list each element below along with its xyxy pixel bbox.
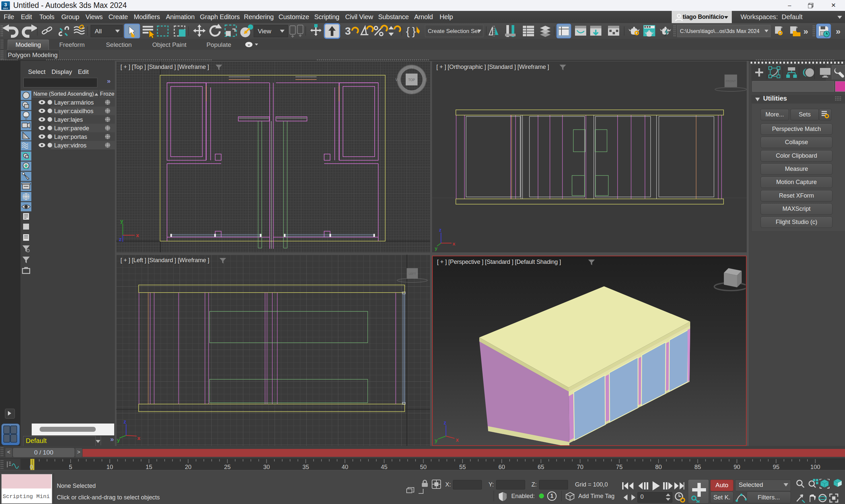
svg-text:70: 70: [577, 464, 583, 470]
svg-text:55: 55: [459, 464, 466, 470]
svg-text:S: S: [410, 90, 413, 95]
svg-text:60: 60: [498, 464, 505, 470]
svg-text:15: 15: [145, 464, 152, 470]
svg-text:MAX: MAX: [3, 7, 8, 10]
svg-text:Layer:parede: Layer:parede: [54, 125, 89, 132]
svg-text:y: y: [120, 218, 123, 224]
svg-text:10: 10: [106, 464, 113, 470]
svg-text:35: 35: [302, 464, 309, 470]
svg-text:80: 80: [655, 464, 662, 470]
svg-text:»: »: [804, 26, 808, 36]
svg-text:x: x: [456, 437, 459, 443]
svg-text:Layer:caixilhos: Layer:caixilhos: [54, 108, 93, 114]
svg-text:50: 50: [420, 464, 426, 470]
svg-text:z: z: [119, 236, 122, 242]
svg-text:95: 95: [773, 464, 779, 470]
svg-text:65: 65: [538, 464, 544, 470]
svg-text:z: z: [439, 227, 442, 233]
svg-text:{ }: { }: [406, 25, 416, 37]
svg-text:25: 25: [224, 464, 231, 470]
svg-text:TOP: TOP: [408, 78, 415, 82]
svg-text:W: W: [395, 77, 400, 82]
svg-text:3: 3: [345, 25, 351, 37]
svg-text:75: 75: [616, 464, 622, 470]
svg-text:100: 100: [810, 464, 820, 470]
svg-text:Layer:lajes: Layer:lajes: [54, 116, 83, 123]
svg-text:z: z: [123, 418, 126, 425]
svg-text:E: E: [424, 77, 427, 82]
svg-text:20: 20: [185, 464, 191, 470]
svg-text:90: 90: [734, 464, 740, 470]
svg-text:x: x: [137, 435, 141, 441]
svg-text:Layer:armários: Layer:armários: [54, 99, 94, 106]
svg-text:View: View: [258, 28, 271, 35]
svg-text:y: y: [435, 246, 438, 251]
svg-text:x: x: [453, 241, 456, 246]
svg-text:45: 45: [381, 464, 388, 470]
svg-text:40: 40: [341, 464, 348, 470]
svg-text:z: z: [444, 420, 446, 426]
svg-text:Layer:portas: Layer:portas: [54, 133, 87, 140]
svg-text:3: 3: [4, 2, 7, 7]
svg-text:LEFT: LEFT: [409, 272, 416, 275]
svg-text:30: 30: [263, 464, 270, 470]
svg-text:y: y: [117, 437, 120, 443]
svg-text:0: 0: [30, 464, 33, 470]
svg-text:Create Selection Set: Create Selection Set: [428, 28, 479, 34]
svg-text:Layer:vidros: Layer:vidros: [54, 142, 87, 149]
svg-text:5: 5: [69, 464, 72, 470]
svg-text:y: y: [435, 438, 438, 443]
svg-text:»: »: [836, 26, 840, 36]
svg-text:85: 85: [694, 464, 701, 470]
svg-text:C:\Users\tiago\...os\3ds Max 2: C:\Users\tiago\...os\3ds Max 2024: [680, 29, 759, 34]
svg-text:N: N: [410, 65, 413, 70]
svg-text:FRONT: FRONT: [726, 79, 736, 83]
svg-text:x: x: [136, 232, 139, 238]
svg-text:All: All: [95, 28, 102, 35]
